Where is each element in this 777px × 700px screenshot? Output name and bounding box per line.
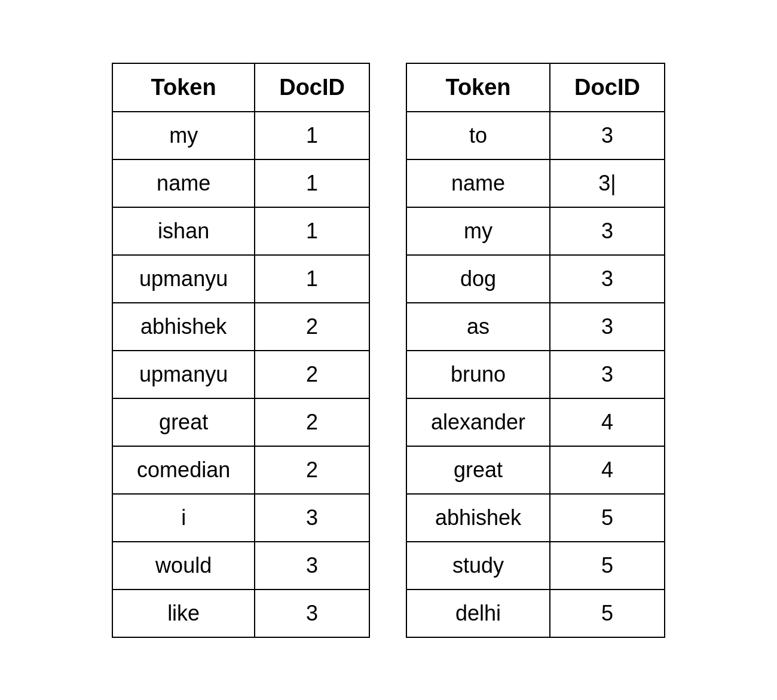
table-row: name3| <box>406 159 665 207</box>
token-cell: like <box>112 590 255 637</box>
table1-header-docid: DocID <box>255 63 369 112</box>
token-cell: ishan <box>112 207 255 255</box>
table1-header-token: Token <box>112 63 255 112</box>
token-cell: to <box>406 112 550 159</box>
table-row: as3 <box>406 303 665 351</box>
docid-cell: 5 <box>550 494 665 542</box>
table-row: great2 <box>112 398 369 446</box>
token-cell: comedian <box>112 446 255 494</box>
token-cell: alexander <box>406 398 550 446</box>
token-cell: abhishek <box>406 494 550 542</box>
table-row: comedian2 <box>112 446 369 494</box>
docid-cell: 3 <box>550 351 665 398</box>
docid-cell: 2 <box>255 446 369 494</box>
token-cell: would <box>112 542 255 590</box>
token-cell: i <box>112 494 255 542</box>
docid-cell: 3 <box>255 542 369 590</box>
token-cell: abhishek <box>112 303 255 351</box>
docid-cell: 1 <box>255 255 369 303</box>
docid-cell: 3 <box>550 207 665 255</box>
token-cell: as <box>406 303 550 351</box>
table-row: alexander4 <box>406 398 665 446</box>
token-cell: upmanyu <box>112 351 255 398</box>
docid-cell: 5 <box>550 590 665 637</box>
table-row: upmanyu1 <box>112 255 369 303</box>
docid-cell: 1 <box>255 112 369 159</box>
table-row: abhishek5 <box>406 494 665 542</box>
token-cell: study <box>406 542 550 590</box>
tables-container: Token DocID my1name1ishan1upmanyu1abhish… <box>112 63 665 638</box>
table-row: my3 <box>406 207 665 255</box>
table2-header-token: Token <box>406 63 550 112</box>
docid-cell: 2 <box>255 303 369 351</box>
docid-cell: 3 <box>550 255 665 303</box>
token-cell: my <box>406 207 550 255</box>
docid-cell: 4 <box>550 446 665 494</box>
table-row: dog3 <box>406 255 665 303</box>
table-row: my1 <box>112 112 369 159</box>
table-row: delhi5 <box>406 590 665 637</box>
token-cell: delhi <box>406 590 550 637</box>
docid-cell: 3 <box>550 303 665 351</box>
token-cell: great <box>112 398 255 446</box>
token-cell: great <box>406 446 550 494</box>
docid-cell: 1 <box>255 159 369 207</box>
docid-cell: 2 <box>255 351 369 398</box>
docid-cell: 3 <box>255 590 369 637</box>
table-row: study5 <box>406 542 665 590</box>
table-row: upmanyu2 <box>112 351 369 398</box>
docid-cell: 2 <box>255 398 369 446</box>
token-cell: dog <box>406 255 550 303</box>
docid-cell: 1 <box>255 207 369 255</box>
table-row: ishan1 <box>112 207 369 255</box>
docid-cell: 3 <box>550 112 665 159</box>
docid-cell: 3| <box>550 159 665 207</box>
token-cell: bruno <box>406 351 550 398</box>
docid-cell: 5 <box>550 542 665 590</box>
table-row: bruno3 <box>406 351 665 398</box>
table-right: Token DocID to3name3|my3dog3as3bruno3ale… <box>406 63 665 638</box>
table-row: great4 <box>406 446 665 494</box>
token-cell: my <box>112 112 255 159</box>
table2-header-docid: DocID <box>550 63 665 112</box>
token-cell: name <box>112 159 255 207</box>
table-left: Token DocID my1name1ishan1upmanyu1abhish… <box>112 63 370 638</box>
docid-cell: 4 <box>550 398 665 446</box>
table-row: i3 <box>112 494 369 542</box>
token-cell: upmanyu <box>112 255 255 303</box>
docid-cell: 3 <box>255 494 369 542</box>
table-row: abhishek2 <box>112 303 369 351</box>
table-row: like3 <box>112 590 369 637</box>
table-row: name1 <box>112 159 369 207</box>
token-cell: name <box>406 159 550 207</box>
table-row: to3 <box>406 112 665 159</box>
table-row: would3 <box>112 542 369 590</box>
